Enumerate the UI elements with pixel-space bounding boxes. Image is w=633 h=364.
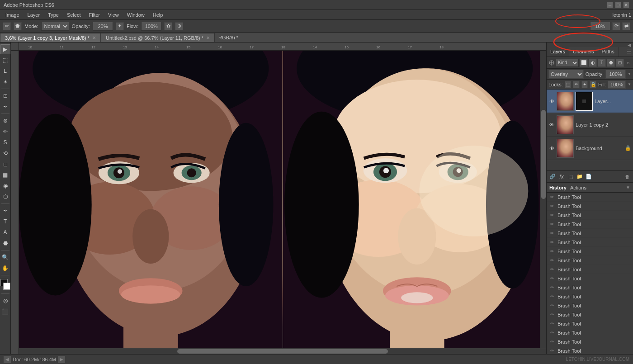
history-brush-tool[interactable]: ⟲ [0,148,10,158]
new-layer-btn[interactable]: 📄 [585,173,593,181]
flip-icon[interactable]: ⇌ [622,22,630,30]
opacity-arrow[interactable]: ▼ [628,72,631,76]
filter-kind-icon[interactable] [548,60,555,66]
history-item-5[interactable]: ✏ Brush Tool [547,238,633,247]
tab-untitled2[interactable]: Untitled-2.psd @ 66.7% (Layer 11, RGB/8)… [101,33,215,42]
menu-select[interactable]: Select [63,11,85,19]
canvas-hscroll[interactable] [19,348,546,354]
lock-image-icon[interactable]: ✏ [573,81,580,88]
blur-tool[interactable]: ◉ [0,181,10,191]
brush-tool[interactable]: ✏ [0,127,10,137]
layer-item-1copy3[interactable]: 👁 Layer... [547,90,633,113]
filter-adj-icon[interactable]: ◐ [589,59,597,67]
new-group-btn[interactable]: 📁 [576,173,584,181]
lock-transparent-icon[interactable]: ⬚ [565,81,572,88]
pen-tool[interactable]: ✒ [0,206,10,216]
menu-help[interactable]: Help [149,11,167,19]
fx-btn[interactable]: fx [557,173,566,181]
filter-toggle[interactable]: ○ [625,60,631,66]
eyedropper-tool[interactable]: ✒ [0,102,10,112]
tab-close-2[interactable]: ✕ [206,35,210,40]
history-item-2[interactable]: ✏ Brush Tool [547,211,633,220]
link-layers-btn[interactable]: 🔗 [548,173,557,181]
status-arrow-right[interactable]: ▶ [58,356,65,363]
tab-paths[interactable]: Paths [598,47,619,57]
opacity-airbrush-icon[interactable]: ✦ [116,22,124,30]
background-color[interactable] [3,283,10,290]
panel-menu-icon[interactable]: ☰ [625,47,633,57]
history-item-12[interactable]: ✏ Brush Tool [547,301,633,310]
layer-item-background[interactable]: 👁 Background 🔒 [547,137,633,160]
history-item-10[interactable]: ✏ Brush Tool [547,283,633,292]
history-menu-icon[interactable]: ▼ [626,185,630,190]
brush-preset-icon[interactable]: ⬟ [14,22,22,30]
fill-arrow[interactable]: ▼ [628,82,631,86]
tab-layer1copy3[interactable]: 3,6% (Layer 1 copy 3, Layer Mask/8) * ✕ [0,33,101,42]
shape-tool[interactable]: ⬣ [0,238,10,248]
path-select-tool[interactable]: A [0,227,10,237]
opacity-value-input[interactable] [605,70,626,79]
zoom-tool[interactable]: 🔍 [0,252,10,262]
hand-tool[interactable]: ✋ [0,263,10,273]
magic-wand-tool[interactable]: ✶ [0,77,10,87]
history-item-6[interactable]: ✏ Brush Tool [547,247,633,256]
marquee-tool[interactable]: ⬚ [0,55,10,65]
dodge-tool[interactable]: ⬡ [0,192,10,202]
filter-shape-icon[interactable]: ⬣ [607,59,615,67]
delete-layer-btn[interactable]: 🗑 [623,173,631,181]
flow-input[interactable] [141,22,161,31]
history-tab[interactable]: History [549,185,567,190]
panel-collapse-icon[interactable]: ◀ [628,43,631,47]
layer-item-1copy2[interactable]: 👁 Layer 1 copy 2 [547,113,633,137]
history-item-8[interactable]: ✏ Brush Tool [547,265,633,274]
blend-mode-select[interactable]: Overlay Normal Multiply Screen [548,70,584,79]
flow-icon[interactable]: ✿ [164,22,172,30]
add-mask-btn[interactable]: ⬚ [567,173,575,181]
lock-position-icon[interactable]: ✦ [581,81,588,88]
mode-select[interactable]: Normal [41,22,69,31]
brush-tool-icon[interactable]: ✏ [3,22,11,30]
close-button[interactable]: ✕ [623,2,629,8]
filter-kind-select[interactable]: Kind [556,59,579,67]
menu-window[interactable]: Window [123,11,148,19]
rotate-icon[interactable]: ⟳ [612,22,620,30]
history-item-16[interactable]: ✏ Brush Tool [547,337,633,346]
screen-mode-btn[interactable]: ⬛ [0,307,10,317]
layer-visibility-1copy3[interactable]: 👁 [548,98,555,104]
history-item-0[interactable]: ✏ Brush Tool [547,193,633,202]
fill-input[interactable] [608,80,626,89]
menu-image[interactable]: Image [2,11,23,19]
gradient-tool[interactable]: ▦ [0,170,10,180]
history-item-1[interactable]: ✏ Brush Tool [547,202,633,211]
healing-brush-tool[interactable]: ⊛ [0,116,10,126]
quick-mask-btn[interactable]: ◎ [0,296,10,306]
type-tool[interactable]: T [0,217,10,227]
history-item-14[interactable]: ✏ Brush Tool [547,319,633,328]
layer-visibility-1copy2[interactable]: 👁 [548,122,555,128]
crop-tool[interactable]: ⊡ [0,91,10,101]
history-item-7[interactable]: ✏ Brush Tool [547,256,633,265]
layer-visibility-background[interactable]: 👁 [548,145,555,151]
filter-smart-icon[interactable]: ⊡ [616,59,624,67]
menu-layer[interactable]: Layer [24,11,44,19]
history-item-3[interactable]: ✏ Brush Tool [547,220,633,229]
history-item-11[interactable]: ✏ Brush Tool [547,292,633,301]
status-arrow-left[interactable]: ◀ [4,356,11,363]
user-account[interactable]: letohin 1 [612,12,631,18]
filter-pixel-icon[interactable]: ⬜ [580,59,588,67]
tab-close-1[interactable]: ✕ [92,35,96,40]
history-item-4[interactable]: ✏ Brush Tool [547,229,633,238]
lasso-tool[interactable]: L [0,66,10,76]
zoom-input[interactable] [590,22,610,31]
tab-channels[interactable]: Channels [569,47,598,57]
history-item-13[interactable]: ✏ Brush Tool [547,310,633,319]
filter-type-icon[interactable]: T [598,59,606,67]
menu-view[interactable]: View [104,11,123,19]
actions-tab[interactable]: Actions [570,185,586,190]
maximize-button[interactable]: □ [615,2,621,8]
move-tool[interactable]: ▶ [0,44,10,54]
eraser-tool[interactable]: ◻ [0,159,10,169]
history-item-15[interactable]: ✏ Brush Tool [547,328,633,337]
opacity-input[interactable] [93,22,113,31]
tablet-pressure-icon[interactable]: ⊕ [175,22,183,30]
